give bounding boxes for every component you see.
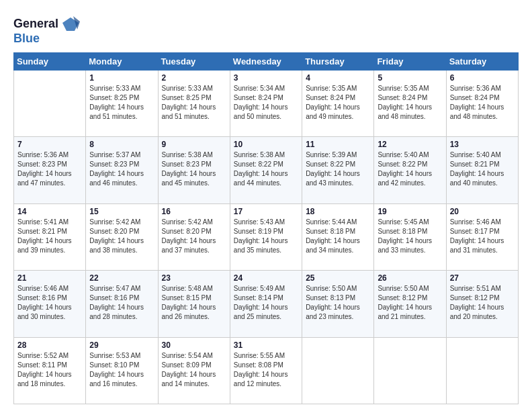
week-row-2: 7Sunrise: 5:36 AM Sunset: 8:23 PM Daylig… bbox=[14, 137, 519, 203]
logo-blue: Blue bbox=[13, 32, 40, 46]
day-info: Sunrise: 5:51 AM Sunset: 8:12 PM Dayligh… bbox=[450, 284, 515, 322]
day-number: 26 bbox=[378, 273, 442, 283]
day-cell: 1Sunrise: 5:33 AM Sunset: 8:25 PM Daylig… bbox=[86, 70, 158, 136]
day-info: Sunrise: 5:40 AM Sunset: 8:21 PM Dayligh… bbox=[450, 150, 515, 188]
logo: General Blue bbox=[13, 13, 80, 46]
day-cell bbox=[374, 337, 446, 404]
calendar-table: SundayMondayTuesdayWednesdayThursdayFrid… bbox=[13, 52, 519, 404]
day-number: 7 bbox=[17, 140, 82, 149]
day-number: 1 bbox=[89, 73, 154, 83]
day-info: Sunrise: 5:34 AM Sunset: 8:24 PM Dayligh… bbox=[234, 84, 298, 122]
day-number: 5 bbox=[378, 73, 442, 83]
day-cell: 26Sunrise: 5:50 AM Sunset: 8:12 PM Dayli… bbox=[374, 271, 446, 337]
day-number: 10 bbox=[234, 140, 298, 149]
weekday-tuesday: Tuesday bbox=[158, 52, 230, 70]
day-cell: 19Sunrise: 5:45 AM Sunset: 8:18 PM Dayli… bbox=[374, 203, 446, 270]
day-info: Sunrise: 5:37 AM Sunset: 8:23 PM Dayligh… bbox=[89, 150, 154, 188]
day-cell: 9Sunrise: 5:38 AM Sunset: 8:23 PM Daylig… bbox=[158, 137, 230, 203]
day-cell: 3Sunrise: 5:34 AM Sunset: 8:24 PM Daylig… bbox=[230, 70, 302, 136]
day-number: 2 bbox=[162, 73, 226, 83]
day-number: 4 bbox=[306, 73, 370, 83]
day-info: Sunrise: 5:45 AM Sunset: 8:18 PM Dayligh… bbox=[378, 218, 442, 255]
week-row-1: 1Sunrise: 5:33 AM Sunset: 8:25 PM Daylig… bbox=[14, 70, 519, 136]
day-info: Sunrise: 5:42 AM Sunset: 8:20 PM Dayligh… bbox=[162, 218, 226, 255]
day-cell: 11Sunrise: 5:39 AM Sunset: 8:22 PM Dayli… bbox=[302, 137, 374, 203]
day-info: Sunrise: 5:36 AM Sunset: 8:24 PM Dayligh… bbox=[450, 84, 515, 122]
logo-icon bbox=[58, 13, 80, 35]
weekday-thursday: Thursday bbox=[302, 52, 374, 70]
day-info: Sunrise: 5:46 AM Sunset: 8:17 PM Dayligh… bbox=[450, 218, 515, 255]
day-info: Sunrise: 5:44 AM Sunset: 8:18 PM Dayligh… bbox=[306, 218, 370, 255]
day-info: Sunrise: 5:35 AM Sunset: 8:24 PM Dayligh… bbox=[306, 84, 370, 122]
day-cell: 31Sunrise: 5:55 AM Sunset: 8:08 PM Dayli… bbox=[230, 337, 302, 404]
weekday-saturday: Saturday bbox=[446, 52, 518, 70]
day-number: 25 bbox=[306, 273, 370, 283]
weekday-wednesday: Wednesday bbox=[230, 52, 302, 70]
day-info: Sunrise: 5:33 AM Sunset: 8:25 PM Dayligh… bbox=[162, 84, 226, 122]
day-cell: 29Sunrise: 5:53 AM Sunset: 8:10 PM Dayli… bbox=[86, 337, 158, 404]
day-info: Sunrise: 5:39 AM Sunset: 8:22 PM Dayligh… bbox=[306, 150, 370, 188]
day-cell: 6Sunrise: 5:36 AM Sunset: 8:24 PM Daylig… bbox=[446, 70, 518, 136]
week-row-4: 21Sunrise: 5:46 AM Sunset: 8:16 PM Dayli… bbox=[14, 271, 519, 337]
day-info: Sunrise: 5:54 AM Sunset: 8:09 PM Dayligh… bbox=[162, 351, 226, 389]
day-cell: 22Sunrise: 5:47 AM Sunset: 8:16 PM Dayli… bbox=[86, 271, 158, 337]
day-info: Sunrise: 5:40 AM Sunset: 8:22 PM Dayligh… bbox=[378, 150, 442, 188]
day-number: 19 bbox=[378, 207, 442, 216]
week-row-5: 28Sunrise: 5:52 AM Sunset: 8:11 PM Dayli… bbox=[14, 337, 519, 404]
day-cell: 24Sunrise: 5:49 AM Sunset: 8:14 PM Dayli… bbox=[230, 271, 302, 337]
day-info: Sunrise: 5:46 AM Sunset: 8:16 PM Dayligh… bbox=[17, 284, 82, 322]
day-number: 8 bbox=[89, 140, 154, 149]
weekday-monday: Monday bbox=[86, 52, 158, 70]
day-number: 3 bbox=[234, 73, 298, 83]
day-number: 22 bbox=[89, 273, 154, 283]
day-number: 18 bbox=[306, 207, 370, 216]
day-cell: 23Sunrise: 5:48 AM Sunset: 8:15 PM Dayli… bbox=[158, 271, 230, 337]
day-cell: 2Sunrise: 5:33 AM Sunset: 8:25 PM Daylig… bbox=[158, 70, 230, 136]
weekday-header-row: SundayMondayTuesdayWednesdayThursdayFrid… bbox=[14, 52, 519, 70]
day-number: 16 bbox=[162, 207, 226, 216]
day-cell: 20Sunrise: 5:46 AM Sunset: 8:17 PM Dayli… bbox=[446, 203, 518, 270]
day-number: 17 bbox=[234, 207, 298, 216]
day-cell: 15Sunrise: 5:42 AM Sunset: 8:20 PM Dayli… bbox=[86, 203, 158, 270]
weekday-sunday: Sunday bbox=[14, 52, 86, 70]
day-info: Sunrise: 5:48 AM Sunset: 8:15 PM Dayligh… bbox=[162, 284, 226, 322]
day-cell bbox=[302, 337, 374, 404]
header: General Blue bbox=[13, 11, 519, 46]
day-info: Sunrise: 5:52 AM Sunset: 8:11 PM Dayligh… bbox=[17, 351, 82, 389]
day-number: 6 bbox=[450, 73, 515, 83]
day-number: 29 bbox=[89, 340, 154, 350]
day-number: 31 bbox=[234, 340, 298, 350]
day-cell: 8Sunrise: 5:37 AM Sunset: 8:23 PM Daylig… bbox=[86, 137, 158, 203]
day-cell: 21Sunrise: 5:46 AM Sunset: 8:16 PM Dayli… bbox=[14, 271, 86, 337]
day-info: Sunrise: 5:38 AM Sunset: 8:22 PM Dayligh… bbox=[234, 150, 298, 188]
day-cell: 14Sunrise: 5:41 AM Sunset: 8:21 PM Dayli… bbox=[14, 203, 86, 270]
day-number: 12 bbox=[378, 140, 442, 149]
day-number: 9 bbox=[162, 140, 226, 149]
day-number: 23 bbox=[162, 273, 226, 283]
day-number: 11 bbox=[306, 140, 370, 149]
day-cell: 10Sunrise: 5:38 AM Sunset: 8:22 PM Dayli… bbox=[230, 137, 302, 203]
day-number: 24 bbox=[234, 273, 298, 283]
day-number: 13 bbox=[450, 140, 515, 149]
day-number: 15 bbox=[89, 207, 154, 216]
day-cell: 13Sunrise: 5:40 AM Sunset: 8:21 PM Dayli… bbox=[446, 137, 518, 203]
day-cell: 7Sunrise: 5:36 AM Sunset: 8:23 PM Daylig… bbox=[14, 137, 86, 203]
logo-general: General bbox=[13, 17, 58, 31]
day-info: Sunrise: 5:38 AM Sunset: 8:23 PM Dayligh… bbox=[162, 150, 226, 188]
day-cell: 25Sunrise: 5:50 AM Sunset: 8:13 PM Dayli… bbox=[302, 271, 374, 337]
day-cell: 17Sunrise: 5:43 AM Sunset: 8:19 PM Dayli… bbox=[230, 203, 302, 270]
day-cell: 4Sunrise: 5:35 AM Sunset: 8:24 PM Daylig… bbox=[302, 70, 374, 136]
day-info: Sunrise: 5:50 AM Sunset: 8:13 PM Dayligh… bbox=[306, 284, 370, 322]
day-cell: 16Sunrise: 5:42 AM Sunset: 8:20 PM Dayli… bbox=[158, 203, 230, 270]
day-number: 27 bbox=[450, 273, 515, 283]
day-cell: 18Sunrise: 5:44 AM Sunset: 8:18 PM Dayli… bbox=[302, 203, 374, 270]
day-cell: 30Sunrise: 5:54 AM Sunset: 8:09 PM Dayli… bbox=[158, 337, 230, 404]
day-number: 28 bbox=[17, 340, 82, 350]
day-info: Sunrise: 5:41 AM Sunset: 8:21 PM Dayligh… bbox=[17, 218, 82, 255]
day-info: Sunrise: 5:43 AM Sunset: 8:19 PM Dayligh… bbox=[234, 218, 298, 255]
day-info: Sunrise: 5:50 AM Sunset: 8:12 PM Dayligh… bbox=[378, 284, 442, 322]
day-number: 14 bbox=[17, 207, 82, 216]
day-cell bbox=[14, 70, 86, 136]
day-info: Sunrise: 5:35 AM Sunset: 8:24 PM Dayligh… bbox=[378, 84, 442, 122]
day-info: Sunrise: 5:47 AM Sunset: 8:16 PM Dayligh… bbox=[89, 284, 154, 322]
